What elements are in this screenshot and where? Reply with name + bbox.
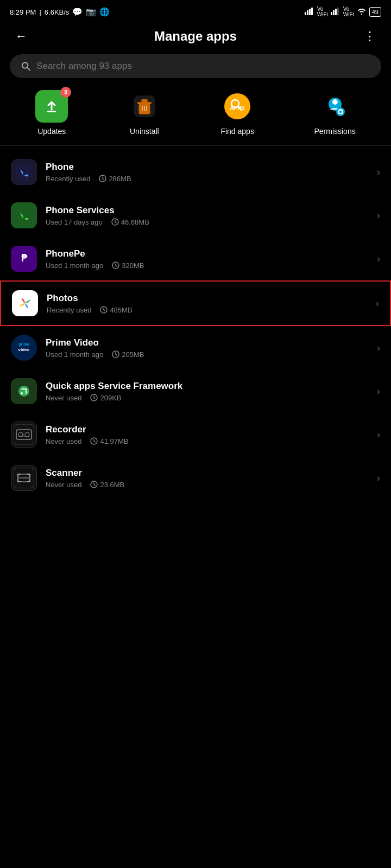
app-item-phone[interactable]: Phone Recently used 286MB › bbox=[0, 150, 391, 194]
svg-line-9 bbox=[27, 68, 30, 71]
separator: | bbox=[39, 8, 41, 16]
svg-text:₱: ₱ bbox=[21, 253, 28, 264]
recorder-name: Recorder bbox=[46, 424, 377, 435]
back-button[interactable]: ← bbox=[11, 27, 31, 46]
app-item-prime-video[interactable]: prime video Prime Video Used 1 month ago… bbox=[0, 326, 391, 369]
svg-rect-16 bbox=[142, 106, 143, 111]
app-item-scanner[interactable]: Scanner Never used 23.6MB › bbox=[0, 456, 391, 500]
svg-rect-15 bbox=[141, 99, 148, 102]
scanner-name: Scanner bbox=[46, 468, 377, 478]
recorder-size: 41.97MB bbox=[90, 437, 128, 445]
quick-apps-name: Quick apps Service Framework bbox=[46, 381, 377, 392]
status-bar: 8:29 PM | 6.6KB/s 💬 📷 🌐 VoWiFi VoWiFi 49 bbox=[0, 0, 391, 22]
prime-video-meta: Used 1 month ago 205MB bbox=[46, 350, 377, 359]
svg-point-27 bbox=[339, 111, 342, 113]
phonepe-size: 320MB bbox=[112, 261, 144, 270]
permissions-label: Permissions bbox=[314, 127, 355, 136]
photos-info: Photos Recently used 485MB bbox=[47, 293, 376, 314]
top-bar: ← Manage apps ⋮ bbox=[0, 22, 391, 54]
find-apps-icon: APPS bbox=[223, 92, 251, 120]
photos-chevron: › bbox=[376, 298, 379, 309]
vo-wifi-label: VoWiFi bbox=[317, 7, 328, 17]
page-title: Manage apps bbox=[154, 29, 237, 44]
uninstall-icon-wrap bbox=[128, 90, 161, 123]
scanner-meta: Never used 23.6MB bbox=[46, 481, 377, 489]
signal-icon bbox=[305, 8, 314, 17]
updates-icon bbox=[43, 98, 60, 115]
app-item-photos[interactable]: Photos Recently used 485MB › bbox=[0, 280, 391, 326]
permissions-icon-wrap bbox=[319, 90, 351, 123]
photos-meta: Recently used 485MB bbox=[47, 306, 376, 314]
quick-apps-app-icon bbox=[11, 378, 37, 404]
svg-text:prime: prime bbox=[18, 342, 29, 347]
vo-wifi-label2: VoWiFi bbox=[343, 7, 354, 17]
scanner-app-icon bbox=[11, 465, 37, 491]
status-right: VoWiFi VoWiFi 49 bbox=[305, 7, 381, 17]
phone-usage: Recently used bbox=[46, 175, 90, 183]
phone-services-usage: Used 17 days ago bbox=[46, 218, 103, 226]
time-text: 8:29 PM bbox=[10, 8, 36, 16]
svg-point-28 bbox=[15, 163, 33, 181]
action-find-apps[interactable]: APPS Find apps bbox=[220, 90, 254, 136]
phone-app-meta: Recently used 286MB bbox=[46, 175, 377, 183]
section-divider bbox=[0, 145, 391, 146]
permissions-icon bbox=[321, 92, 349, 120]
action-uninstall[interactable]: Uninstall bbox=[128, 90, 161, 136]
signal-icon2 bbox=[331, 8, 340, 17]
network-speed: 6.6KB/s bbox=[45, 8, 70, 16]
svg-rect-0 bbox=[305, 12, 306, 15]
svg-text:video: video bbox=[18, 347, 30, 352]
wifi-icon bbox=[357, 8, 367, 17]
action-updates[interactable]: 8 Updates bbox=[35, 90, 68, 136]
find-apps-label: Find apps bbox=[220, 127, 254, 136]
app-item-recorder[interactable]: Recorder Never used 41.97MB › bbox=[0, 413, 391, 456]
app-item-phone-services[interactable]: Phone Services Used 17 days ago 46.68MB … bbox=[0, 194, 391, 237]
phone-services-size: 46.68MB bbox=[111, 218, 149, 226]
svg-rect-7 bbox=[337, 8, 339, 15]
app-item-quick-apps[interactable]: Quick apps Service Framework Never used … bbox=[0, 369, 391, 413]
action-permissions[interactable]: Permissions bbox=[314, 90, 355, 136]
svg-rect-3 bbox=[311, 8, 313, 15]
quick-apps-chevron: › bbox=[377, 386, 380, 397]
scanner-size: 23.6MB bbox=[90, 481, 124, 489]
quick-actions: 8 Updates Uninstall bbox=[0, 90, 391, 145]
phonepe-meta: Used 1 month ago 320MB bbox=[46, 261, 377, 270]
phone-services-info: Phone Services Used 17 days ago 46.68MB bbox=[46, 205, 377, 226]
svg-point-24 bbox=[332, 99, 338, 105]
recorder-usage: Never used bbox=[46, 437, 81, 445]
svg-rect-49 bbox=[23, 433, 25, 436]
battery-icon: 49 bbox=[369, 7, 381, 17]
svg-rect-1 bbox=[307, 10, 308, 15]
svg-rect-11 bbox=[47, 111, 56, 112]
phone-app-icon bbox=[11, 159, 37, 185]
svg-rect-14 bbox=[137, 102, 152, 104]
phonepe-chevron: › bbox=[377, 253, 380, 265]
menu-button[interactable]: ⋮ bbox=[360, 27, 380, 46]
phone-app-name: Phone bbox=[46, 162, 377, 173]
recorder-chevron: › bbox=[377, 429, 380, 441]
recorder-meta: Never used 41.97MB bbox=[46, 437, 377, 445]
phone-services-app-icon bbox=[11, 202, 37, 228]
prime-video-name: Prime Video bbox=[46, 337, 377, 348]
phonepe-info: PhonePe Used 1 month ago 320MB bbox=[46, 248, 377, 270]
whatsapp-icon: 💬 bbox=[72, 7, 83, 17]
svg-point-42 bbox=[18, 386, 29, 397]
uninstall-icon bbox=[131, 93, 157, 119]
quick-apps-size: 209KB bbox=[90, 394, 121, 402]
scanner-info: Scanner Never used 23.6MB bbox=[46, 468, 377, 489]
prime-video-size: 205MB bbox=[112, 350, 144, 359]
search-input[interactable] bbox=[36, 61, 370, 72]
quick-apps-usage: Never used bbox=[46, 394, 81, 402]
quick-apps-info: Quick apps Service Framework Never used … bbox=[46, 381, 377, 402]
updates-icon-wrap: 8 bbox=[35, 90, 68, 123]
badge-updates: 8 bbox=[60, 87, 71, 98]
app-item-phonepe[interactable]: ₱ PhonePe Used 1 month ago 320MB › bbox=[0, 237, 391, 280]
photos-usage: Recently used bbox=[47, 306, 91, 314]
phone-chevron: › bbox=[377, 167, 380, 178]
phonepe-app-icon: ₱ bbox=[11, 246, 37, 272]
chrome-icon: 🌐 bbox=[99, 7, 110, 17]
scanner-usage: Never used bbox=[46, 481, 81, 489]
recorder-info: Recorder Never used 41.97MB bbox=[46, 424, 377, 445]
search-bar[interactable] bbox=[10, 54, 381, 78]
status-left: 8:29 PM | 6.6KB/s 💬 📷 🌐 bbox=[10, 7, 110, 17]
